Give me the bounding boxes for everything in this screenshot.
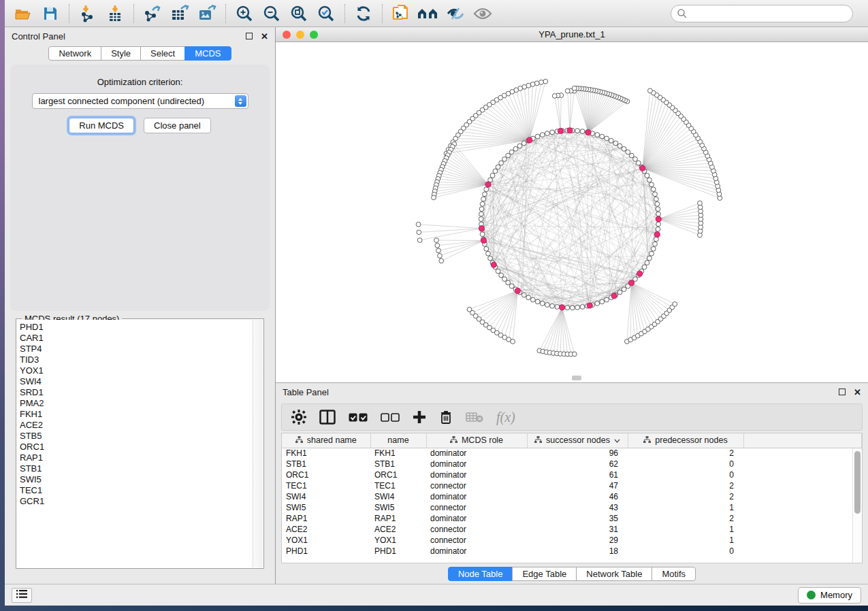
table-cell: dominator: [426, 491, 527, 502]
clone-network-button[interactable]: [389, 3, 413, 24]
tab-style[interactable]: Style: [101, 46, 141, 61]
result-node-item[interactable]: FKH1: [20, 409, 253, 420]
close-panel-icon[interactable]: ✕: [854, 388, 861, 397]
result-node-item[interactable]: ACE2: [20, 420, 253, 431]
result-node-item[interactable]: YOX1: [20, 365, 253, 376]
search-input[interactable]: [671, 5, 853, 22]
table-cell: ACE2: [370, 524, 426, 535]
network-graph[interactable]: [276, 42, 868, 382]
table-scrollbar-thumb[interactable]: [854, 451, 861, 514]
zoom-fit-button[interactable]: [287, 3, 310, 24]
function-builder-icon[interactable]: f(x): [496, 408, 515, 426]
split-columns-icon[interactable]: [319, 408, 336, 426]
result-node-item[interactable]: PHD1: [20, 322, 253, 333]
table-cell: 2: [628, 491, 743, 502]
tab-edge-table[interactable]: Edge Table: [512, 567, 577, 581]
result-node-item[interactable]: GCR1: [20, 496, 253, 507]
table-header-row: shared namenameMCDS rolesuccessor nodesp…: [282, 433, 862, 448]
network-window-titlebar: YPA_prune.txt_1: [276, 27, 868, 42]
table-row[interactable]: RAP1RAP1dominator352: [282, 513, 862, 524]
table-row[interactable]: PHD1PHD1dominator180: [282, 546, 862, 557]
column-header-predecessor-nodes[interactable]: predecessor nodes: [628, 433, 743, 448]
tab-mcds[interactable]: MCDS: [184, 46, 231, 61]
result-node-item[interactable]: PMA2: [20, 398, 253, 409]
result-node-item[interactable]: TID3: [20, 354, 253, 365]
open-file-button[interactable]: [12, 3, 35, 24]
result-node-item[interactable]: TEC1: [20, 485, 253, 496]
tab-motifs[interactable]: Motifs: [652, 567, 696, 581]
hide-details-button[interactable]: [444, 3, 467, 24]
tab-node-table[interactable]: Node Table: [448, 567, 513, 581]
delete-icon[interactable]: [439, 408, 453, 426]
task-history-button[interactable]: [12, 588, 32, 603]
zoom-in-button[interactable]: [233, 3, 256, 24]
control-panel-tabs: NetworkStyleSelectMCDS: [5, 46, 275, 61]
import-table-button[interactable]: [103, 3, 127, 24]
export-image-icon: [197, 5, 216, 22]
float-panel-icon[interactable]: [246, 33, 253, 39]
table-row[interactable]: SWI4SWI4dominator462: [282, 491, 862, 502]
result-node-item[interactable]: ORC1: [20, 442, 253, 452]
table-cell: dominator: [426, 469, 527, 480]
import-network-button[interactable]: [76, 3, 99, 24]
table-cell: 31: [527, 524, 628, 535]
mcds-result-list[interactable]: PHD1CAR1STP4TID3YOX1SWI4SRD1PMA2FKH1ACE2…: [17, 320, 253, 567]
table-cell: 0: [628, 459, 743, 469]
select-all-icon[interactable]: [349, 408, 368, 426]
table-row[interactable]: FKH1FKH1dominator962: [282, 448, 862, 459]
result-node-item[interactable]: STP4: [20, 344, 253, 354]
table-row[interactable]: TEC1TEC1connector472: [282, 480, 862, 491]
show-details-button[interactable]: [471, 3, 494, 24]
run-mcds-button[interactable]: Run MCDS: [69, 118, 134, 133]
zoom-out-icon: [263, 5, 280, 22]
result-node-item[interactable]: CAR1: [20, 333, 253, 344]
criterion-dropdown[interactable]: largest connected component (undirected): [32, 93, 248, 109]
save-button[interactable]: [39, 3, 62, 24]
column-header-MCDS-role[interactable]: MCDS role: [426, 433, 527, 448]
table-cell: SWI4: [370, 491, 426, 502]
export-image-button[interactable]: [195, 3, 219, 24]
table-cell-filler: [743, 546, 862, 557]
column-header-shared-name[interactable]: shared name: [282, 433, 370, 448]
table-row[interactable]: SWI5SWI5connector431: [282, 502, 862, 513]
network-view[interactable]: [276, 42, 868, 382]
tab-select[interactable]: Select: [140, 46, 185, 61]
birdseye-view-icon: [417, 6, 439, 21]
result-node-item[interactable]: RAP1: [20, 452, 253, 463]
refresh-button[interactable]: [352, 3, 375, 24]
memory-button[interactable]: Memory: [798, 587, 861, 604]
table-panel-header: Table Panel ✕: [276, 383, 868, 401]
result-node-item[interactable]: SWI5: [20, 474, 253, 485]
table-cell: RAP1: [370, 513, 426, 524]
table-row[interactable]: STB1STB1dominator620: [282, 459, 862, 469]
delete-table-icon[interactable]: [466, 408, 483, 426]
zoom-selected-button[interactable]: [315, 3, 338, 24]
table-cell: dominator: [426, 513, 527, 524]
birdseye-view-button[interactable]: [417, 3, 440, 24]
export-network-button[interactable]: [141, 3, 164, 24]
add-column-icon[interactable]: [413, 408, 426, 426]
zoom-out-button[interactable]: [260, 3, 283, 24]
network-hscroll-thumb[interactable]: [572, 376, 581, 380]
float-panel-icon[interactable]: [839, 389, 846, 395]
column-header-name[interactable]: name: [370, 433, 426, 448]
gear-icon[interactable]: [291, 408, 306, 426]
table-cell: STB1: [370, 459, 426, 469]
close-panel-button[interactable]: Close panel: [144, 118, 211, 133]
tab-network[interactable]: Network: [48, 46, 101, 61]
result-node-item[interactable]: STB1: [20, 463, 253, 474]
table-row[interactable]: ORC1ORC1dominator610: [282, 469, 862, 480]
tab-network-table[interactable]: Network Table: [576, 567, 652, 581]
result-node-item[interactable]: STB5: [20, 431, 253, 442]
table-cell: ORC1: [370, 469, 426, 480]
export-table-button[interactable]: [168, 3, 191, 24]
result-node-item[interactable]: SWI4: [20, 376, 253, 387]
table-scrollbar[interactable]: [852, 448, 862, 563]
result-list-scrollbar[interactable]: [253, 320, 263, 567]
close-panel-icon[interactable]: ✕: [261, 32, 268, 41]
result-node-item[interactable]: SRD1: [20, 387, 253, 398]
table-row[interactable]: ACE2ACE2connector311: [282, 524, 862, 535]
column-header-successor-nodes[interactable]: successor nodes: [527, 433, 628, 448]
deselect-all-icon[interactable]: [381, 408, 400, 426]
table-row[interactable]: YOX1YOX1connector291: [282, 535, 862, 546]
